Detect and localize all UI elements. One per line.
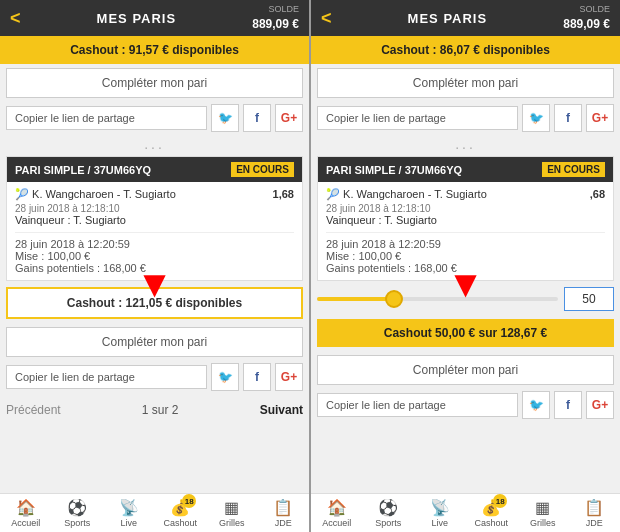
left-bet-title: PARI SIMPLE / 37UM66YQ xyxy=(15,164,151,176)
right-bet-odds: ,68 xyxy=(590,188,605,200)
left-twitter-btn-bottom[interactable]: 🐦 xyxy=(211,363,239,391)
left-bet-card: PARI SIMPLE / 37UM66YQ EN COURS 🎾 K. Wan… xyxy=(6,156,303,281)
left-bet-match: 🎾 K. Wangcharoen - T. Sugiarto xyxy=(15,188,176,201)
right-top-cashout-banner[interactable]: Cashout : 86,07 € disponibles xyxy=(311,36,620,64)
right-twitter-btn-bottom[interactable]: 🐦 xyxy=(522,391,550,419)
right-bet-details: 28 juin 2018 à 12:20:59 Mise : 100,00 € … xyxy=(326,232,605,274)
left-solde: SOLDE 889,09 € xyxy=(252,4,299,32)
left-facebook-btn-top[interactable]: f xyxy=(243,104,271,132)
right-cashout-partial-btn[interactable]: Cashout 50,00 € sur 128,67 € xyxy=(317,319,614,347)
left-bet-header: PARI SIMPLE / 37UM66YQ EN COURS xyxy=(7,157,302,182)
right-nav-grilles-label: Grilles xyxy=(530,518,556,528)
left-top-cashout-banner[interactable]: Cashout : 91,57 € disponibles xyxy=(0,36,309,64)
left-nav-cashout[interactable]: 💰 18 Cashout xyxy=(162,498,198,528)
left-nav-accueil[interactable]: 🏠 Accueil xyxy=(8,498,44,528)
right-slider-value[interactable]: 50 xyxy=(564,287,614,311)
right-bet-status: EN COURS xyxy=(542,162,605,177)
right-nav-live[interactable]: 📡 Live xyxy=(422,498,458,528)
left-bet-odds: 1,68 xyxy=(273,188,294,200)
right-nav-cashout[interactable]: 💰 18 Cashout xyxy=(473,498,509,528)
right-bet-winner: Vainqueur : T. Sugiarto xyxy=(326,214,487,226)
right-nav-live-label: Live xyxy=(431,518,448,528)
right-google-btn-top[interactable]: G+ xyxy=(586,104,614,132)
left-next-btn[interactable]: Suivant xyxy=(260,403,303,417)
right-bet-body: 🎾 K. Wangcharoen - T. Sugiarto 28 juin 2… xyxy=(318,182,613,280)
right-panel: < MES PARIS SOLDE 889,09 € Cashout : 86,… xyxy=(310,0,620,532)
left-nav-grilles-icon: ▦ xyxy=(224,498,239,517)
left-nav-grilles-label: Grilles xyxy=(219,518,245,528)
right-nav-cashout-icon: 💰 18 xyxy=(481,498,501,517)
left-google-btn-bottom[interactable]: G+ xyxy=(275,363,303,391)
right-share-btn-bottom[interactable]: Copier le lien de partage xyxy=(317,393,518,417)
right-bet-date2: 28 juin 2018 à 12:20:59 xyxy=(326,238,605,250)
left-nav-grilles[interactable]: ▦ Grilles xyxy=(214,498,250,528)
right-nav-jde-icon: 📋 xyxy=(584,498,604,517)
right-solde-label: SOLDE xyxy=(563,4,610,14)
left-complete-btn-top[interactable]: Compléter mon pari xyxy=(6,68,303,98)
right-header-title: MES PARIS xyxy=(408,11,488,26)
left-bet-gains: Gains potentiels : 168,00 € xyxy=(15,262,294,274)
right-slider-row: 50 xyxy=(317,287,614,311)
left-bet-winner: Vainqueur : T. Sugiarto xyxy=(15,214,176,226)
left-nav-sports-label: Sports xyxy=(64,518,90,528)
left-share-btn-bottom[interactable]: Copier le lien de partage xyxy=(6,365,207,389)
right-bet-gains: Gains potentiels : 168,00 € xyxy=(326,262,605,274)
right-twitter-btn-top[interactable]: 🐦 xyxy=(522,104,550,132)
left-nav-accueil-label: Accueil xyxy=(11,518,40,528)
right-nav-cashout-label: Cashout xyxy=(474,518,508,528)
left-back-button[interactable]: < xyxy=(10,8,21,29)
left-nav-cashout-icon: 💰 18 xyxy=(170,498,190,517)
right-nav-grilles-icon: ▦ xyxy=(535,498,550,517)
right-facebook-btn-bottom[interactable]: f xyxy=(554,391,582,419)
left-nav-live-icon: 📡 xyxy=(119,498,139,517)
left-facebook-btn-bottom[interactable]: f xyxy=(243,363,271,391)
right-bet-match: 🎾 K. Wangcharoen - T. Sugiarto xyxy=(326,188,487,201)
right-solde-value: 889,09 € xyxy=(563,17,610,31)
left-nav-cashout-label: Cashout xyxy=(163,518,197,528)
left-nav-jde-label: JDE xyxy=(275,518,292,528)
left-nav-live-label: Live xyxy=(120,518,137,528)
right-google-btn-bottom[interactable]: G+ xyxy=(586,391,614,419)
left-nav-home-icon: 🏠 xyxy=(16,498,36,517)
left-bet-details: 28 juin 2018 à 12:20:59 Mise : 100,00 € … xyxy=(15,232,294,274)
right-bet-mise: Mise : 100,00 € xyxy=(326,250,605,262)
left-google-btn-top[interactable]: G+ xyxy=(275,104,303,132)
right-facebook-btn-top[interactable]: f xyxy=(554,104,582,132)
left-nav-cashout-badge: 18 xyxy=(182,494,196,508)
left-bet-status: EN COURS xyxy=(231,162,294,177)
right-back-button[interactable]: < xyxy=(321,8,332,29)
right-nav-sports-icon: ⚽ xyxy=(378,498,398,517)
right-dots: ... xyxy=(311,134,620,154)
left-share-btn-top[interactable]: Copier le lien de partage xyxy=(6,106,207,130)
left-nav-jde-icon: 📋 xyxy=(273,498,293,517)
left-pagination: Précédent 1 sur 2 Suivant xyxy=(6,399,303,421)
left-prev-btn[interactable]: Précédent xyxy=(6,403,61,417)
right-bet-card: PARI SIMPLE / 37UM66YQ EN COURS 🎾 K. Wan… xyxy=(317,156,614,281)
right-share-row-bottom: Copier le lien de partage 🐦 f G+ xyxy=(317,391,614,419)
left-solde-value: 889,09 € xyxy=(252,17,299,31)
left-twitter-btn-top[interactable]: 🐦 xyxy=(211,104,239,132)
right-solde: SOLDE 889,09 € xyxy=(563,4,610,32)
right-bottom-nav: 🏠 Accueil ⚽ Sports 📡 Live 💰 18 Cashout ▦… xyxy=(311,493,620,532)
left-cashout-highlight[interactable]: Cashout : 121,05 € disponibles xyxy=(6,287,303,319)
right-complete-btn-bottom[interactable]: Compléter mon pari xyxy=(317,355,614,385)
right-share-btn-top[interactable]: Copier le lien de partage xyxy=(317,106,518,130)
left-nav-live[interactable]: 📡 Live xyxy=(111,498,147,528)
right-complete-btn-top[interactable]: Compléter mon pari xyxy=(317,68,614,98)
right-nav-jde[interactable]: 📋 JDE xyxy=(576,498,612,528)
right-slider-container[interactable] xyxy=(317,287,558,311)
left-bet-body: 🎾 K. Wangcharoen - T. Sugiarto 28 juin 2… xyxy=(7,182,302,280)
right-share-row-top: Copier le lien de partage 🐦 f G+ xyxy=(317,104,614,132)
left-nav-jde[interactable]: 📋 JDE xyxy=(265,498,301,528)
left-dots: ... xyxy=(0,134,309,154)
right-slider-thumb[interactable] xyxy=(385,290,403,308)
right-nav-sports[interactable]: ⚽ Sports xyxy=(370,498,406,528)
right-nav-accueil[interactable]: 🏠 Accueil xyxy=(319,498,355,528)
right-nav-cashout-badge: 18 xyxy=(493,494,507,508)
right-bet-date1: 28 juin 2018 à 12:18:10 xyxy=(326,203,487,214)
left-nav-sports[interactable]: ⚽ Sports xyxy=(59,498,95,528)
left-complete-btn-bottom[interactable]: Compléter mon pari xyxy=(6,327,303,357)
right-nav-grilles[interactable]: ▦ Grilles xyxy=(525,498,561,528)
right-bet-header: PARI SIMPLE / 37UM66YQ EN COURS xyxy=(318,157,613,182)
left-bet-date1: 28 juin 2018 à 12:18:10 xyxy=(15,203,176,214)
